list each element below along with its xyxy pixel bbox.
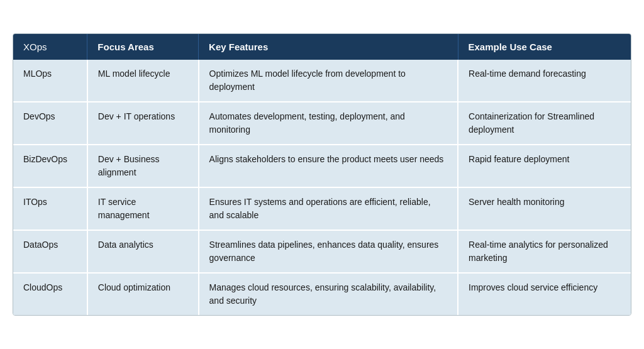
xops-table: XOps Focus Areas Key Features Example Us… [13, 34, 631, 315]
table-row: DevOpsDev + IT operationsAutomates devel… [13, 102, 631, 145]
cell-focus: IT service management [87, 187, 199, 230]
header-focus: Focus Areas [87, 34, 199, 60]
cell-focus: Data analytics [87, 230, 199, 273]
table-row: MLOpsML model lifecycleOptimizes ML mode… [13, 60, 631, 102]
table-row: CloudOpsCloud optimizationManages cloud … [13, 273, 631, 315]
header-xops: XOps [13, 34, 87, 60]
cell-features: Manages cloud resources, ensuring scalab… [199, 273, 458, 315]
table-row: ITOpsIT service managementEnsures IT sys… [13, 187, 631, 230]
cell-features: Optimizes ML model lifecycle from develo… [199, 60, 458, 102]
cell-features: Ensures IT systems and operations are ef… [199, 187, 458, 230]
cell-focus: Cloud optimization [87, 273, 199, 315]
cell-example: Real-time analytics for personalized mar… [458, 230, 631, 273]
header-features: Key Features [199, 34, 458, 60]
cell-focus: ML model lifecycle [87, 60, 199, 102]
table-row: BizDevOpsDev + Business alignmentAligns … [13, 145, 631, 187]
table-body: MLOpsML model lifecycleOptimizes ML mode… [13, 60, 631, 315]
header-example: Example Use Case [458, 34, 631, 60]
cell-example: Real-time demand forecasting [458, 60, 631, 102]
cell-example: Containerization for Streamlined deploym… [458, 102, 631, 145]
cell-example: Improves cloud service efficiency [458, 273, 631, 315]
cell-focus: Dev + Business alignment [87, 145, 199, 187]
cell-xops: DevOps [13, 102, 87, 145]
cell-xops: CloudOps [13, 273, 87, 315]
cell-example: Rapid feature deployment [458, 145, 631, 187]
cell-xops: ITOps [13, 187, 87, 230]
cell-xops: MLOps [13, 60, 87, 102]
cell-xops: DataOps [13, 230, 87, 273]
cell-features: Streamlines data pipelines, enhances dat… [199, 230, 458, 273]
table-header-row: XOps Focus Areas Key Features Example Us… [13, 34, 631, 60]
table-row: DataOpsData analyticsStreamlines data pi… [13, 230, 631, 273]
cell-features: Automates development, testing, deployme… [199, 102, 458, 145]
cell-features: Aligns stakeholders to ensure the produc… [199, 145, 458, 187]
cell-example: Server health monitoring [458, 187, 631, 230]
main-table-container: XOps Focus Areas Key Features Example Us… [13, 33, 631, 316]
cell-xops: BizDevOps [13, 145, 87, 187]
cell-focus: Dev + IT operations [87, 102, 199, 145]
